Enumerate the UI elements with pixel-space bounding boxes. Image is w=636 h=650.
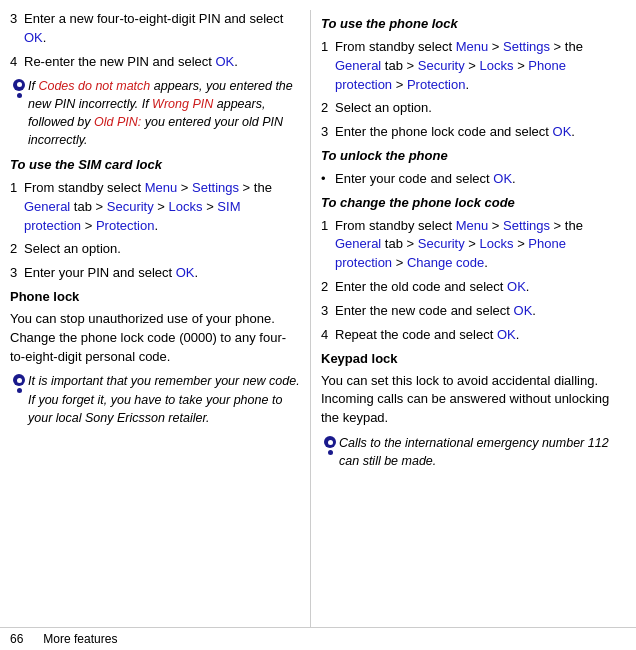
numbered-step: 3 Enter your PIN and select OK. [10,264,300,283]
note-text: It is important that you remember your n… [28,372,300,426]
sub-heading: To use the SIM card lock [10,156,300,175]
bullet-step: • Enter your code and select OK. [321,170,626,189]
numbered-step: 1 From standby select Menu > Settings > … [10,179,300,236]
numbered-step: 1 From standby select Menu > Settings > … [321,217,626,274]
step-content: Enter the new code and select OK. [335,302,626,321]
numbered-step: 1 From standby select Menu > Settings > … [321,38,626,95]
section-heading: Phone lock [10,288,300,307]
step-content: From standby select Menu > Settings > th… [335,38,626,95]
note-text: Calls to the international emergency num… [339,434,626,470]
section-heading: Keypad lock [321,350,626,369]
step-content: Select an option. [24,240,300,259]
page: 3 Enter a new four-to-eight-digit PIN an… [0,0,636,650]
step-number: 2 [10,240,24,259]
paragraph: You can set this lock to avoid accidenta… [321,372,626,429]
footer-section-label: More features [43,632,117,646]
numbered-step: 4 Re-enter the new PIN and select OK. [10,53,300,72]
step-content: Repeat the code and select OK. [335,326,626,345]
page-footer: 66 More features [0,627,636,650]
note-block: Calls to the international emergency num… [321,434,626,470]
numbered-step: 3 Enter the phone lock code and select O… [321,123,626,142]
step-number: 2 [321,278,335,297]
numbered-step: 3 Enter the new code and select OK. [321,302,626,321]
numbered-step: 4 Repeat the code and select OK. [321,326,626,345]
content-area: 3 Enter a new four-to-eight-digit PIN an… [0,0,636,627]
step-number: 1 [321,217,335,274]
step-content: Re-enter the new PIN and select OK. [24,53,300,72]
step-number: 1 [321,38,335,95]
step-content: Enter the phone lock code and select OK. [335,123,626,142]
paragraph: You can stop unauthorized use of your ph… [10,310,300,367]
step-content: Enter the old code and select OK. [335,278,626,297]
note-block: It is important that you remember your n… [10,372,300,426]
numbered-step: 3 Enter a new four-to-eight-digit PIN an… [10,10,300,48]
step-number: 3 [10,10,24,48]
step-content: Enter your PIN and select OK. [24,264,300,283]
note-icon [10,372,28,426]
step-number: 4 [321,326,335,345]
step-number: 4 [10,53,24,72]
page-number: 66 [10,632,23,646]
step-content: From standby select Menu > Settings > th… [335,217,626,274]
step-content: Enter a new four-to-eight-digit PIN and … [24,10,300,48]
right-column: To use the phone lock1 From standby sele… [310,10,626,627]
note-block: If Codes do not match appears, you enter… [10,77,300,150]
step-number: 1 [10,179,24,236]
step-content: Select an option. [335,99,626,118]
left-column: 3 Enter a new four-to-eight-digit PIN an… [10,10,310,627]
bullet-content: Enter your code and select OK. [335,170,626,189]
numbered-step: 2 Enter the old code and select OK. [321,278,626,297]
step-number: 3 [321,302,335,321]
step-content: From standby select Menu > Settings > th… [24,179,300,236]
note-text: If Codes do not match appears, you enter… [28,77,300,150]
bullet-marker: • [321,170,335,189]
sub-heading: To unlock the phone [321,147,626,166]
numbered-step: 2 Select an option. [10,240,300,259]
step-number: 3 [321,123,335,142]
step-number: 3 [10,264,24,283]
sub-heading: To use the phone lock [321,15,626,34]
sub-heading: To change the phone lock code [321,194,626,213]
step-number: 2 [321,99,335,118]
note-icon [321,434,339,470]
numbered-step: 2 Select an option. [321,99,626,118]
note-icon [10,77,28,150]
